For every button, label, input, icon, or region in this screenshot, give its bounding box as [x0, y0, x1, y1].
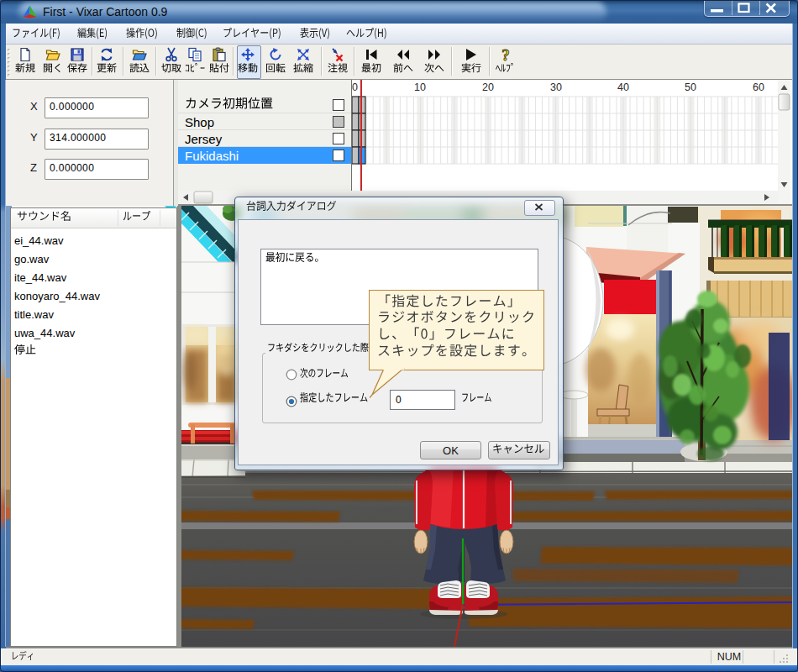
svg-text:?: ?: [501, 47, 510, 62]
